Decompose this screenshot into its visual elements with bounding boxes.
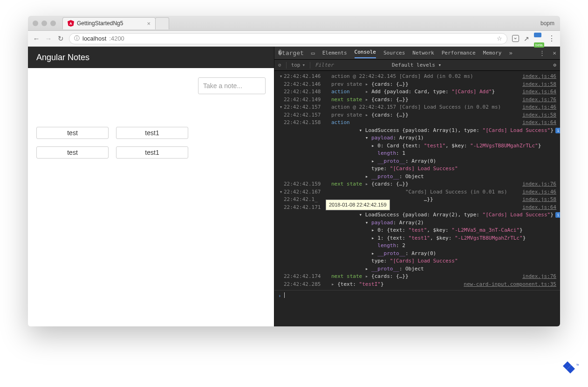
log-group-header[interactable]: action @ 22:42:42.157 [Cards] Load Succe… bbox=[331, 104, 519, 111]
log-source-link[interactable]: index.js:46 bbox=[522, 104, 556, 111]
log-timestamp: 22:42:42.157 bbox=[284, 111, 331, 119]
console-filter-input[interactable]: Filter bbox=[315, 62, 334, 68]
console-prompt[interactable]: › bbox=[274, 290, 560, 301]
devtools-tab-console[interactable]: Console bbox=[355, 48, 376, 58]
toptal-logo-icon: ™ bbox=[563, 361, 579, 383]
log-source-link[interactable]: index.js:58 bbox=[522, 196, 556, 204]
log-key: __proto__ bbox=[371, 173, 399, 180]
log-group-header[interactable]: action @ 22:42:42.145 [Cards] Add (in 0.… bbox=[331, 73, 519, 81]
log-value[interactable]: LoadSuccess {payload: Array(1), type: bbox=[365, 127, 483, 133]
console-settings-icon[interactable]: ⚙ bbox=[553, 62, 556, 68]
log-source-link[interactable]: index.js:64 bbox=[522, 88, 556, 96]
log-value[interactable]: Add {payload: Card, type: bbox=[371, 89, 451, 95]
devtools-menu-icon[interactable]: ⋮ bbox=[539, 49, 545, 56]
browser-tab[interactable]: A GettingStartedNg5 × bbox=[62, 17, 156, 29]
log-value[interactable]: LoadSuccess {payload: Array(2), type: bbox=[365, 212, 483, 218]
log-key: length bbox=[377, 150, 396, 156]
log-key: length bbox=[377, 242, 396, 249]
log-source-link[interactable]: index.js:46 bbox=[522, 188, 556, 196]
info-badge-icon[interactable]: i bbox=[555, 128, 560, 133]
note-card[interactable]: test bbox=[36, 127, 109, 139]
devtools-tab-sources[interactable]: Sources bbox=[383, 48, 405, 57]
note-card[interactable]: test1 bbox=[116, 127, 188, 139]
console-levels-dropdown[interactable]: Default levels ▾ bbox=[392, 62, 441, 68]
forward-icon[interactable]: → bbox=[45, 35, 52, 42]
reload-icon[interactable]: ↻ bbox=[57, 35, 64, 43]
log-source-link[interactable]: index.js:64 bbox=[522, 204, 556, 212]
log-value[interactable]: {text: bbox=[337, 281, 359, 287]
address-host: localhost bbox=[82, 35, 106, 42]
devtools-more-tabs-icon[interactable]: » bbox=[509, 49, 513, 56]
devtools-tab-network[interactable]: Network bbox=[412, 48, 434, 57]
log-value: } bbox=[550, 127, 554, 133]
timestamp-tooltip: 2018-01-08 22:42:42.159 bbox=[326, 200, 390, 210]
log-value: : 1 bbox=[396, 150, 405, 156]
device-toolbar-icon[interactable]: ▭ bbox=[311, 49, 315, 56]
log-value[interactable]: {cards: {…}} bbox=[371, 97, 408, 103]
note-input[interactable]: Take a note... bbox=[198, 77, 266, 94]
log-value[interactable]: {cards: {…}} bbox=[371, 81, 408, 87]
log-value[interactable]: 0: {text: bbox=[377, 227, 408, 233]
send-extension-icon[interactable]: ↗ bbox=[524, 35, 529, 42]
tab-close-icon[interactable]: × bbox=[147, 20, 150, 27]
log-value: , $key: bbox=[430, 235, 455, 241]
log-timestamp: 22:42:42.285 bbox=[284, 281, 331, 289]
app-header: Angular Notes bbox=[28, 47, 274, 68]
log-key: type: bbox=[371, 258, 390, 264]
bookmark-star-icon[interactable]: ☆ bbox=[497, 35, 502, 42]
log-string: "-L2MVgsTB8UMgahZrTLc" bbox=[470, 143, 538, 149]
log-label: next state bbox=[331, 181, 362, 187]
new-tab-button[interactable] bbox=[155, 17, 169, 29]
address-field[interactable]: ⓘ localhost:4200 ☆ bbox=[69, 33, 507, 44]
log-source-link[interactable]: index.js:76 bbox=[522, 273, 556, 281]
log-value[interactable]: : Array(1) bbox=[393, 135, 424, 141]
console-log[interactable]: ▾22:42:42.146action @ 22:42:42.145 [Card… bbox=[274, 71, 560, 326]
log-value[interactable]: {cards: {…}} bbox=[371, 181, 408, 187]
minimize-window-icon[interactable] bbox=[41, 21, 47, 26]
log-source-link[interactable]: index.js:58 bbox=[522, 111, 556, 119]
note-card[interactable]: test bbox=[36, 146, 109, 159]
devtools-panel: �target ▭ Elements Console Sources Netwo… bbox=[274, 47, 560, 326]
browser-menu-icon[interactable]: ⋮ bbox=[548, 34, 555, 43]
console-filter-bar: ⊘ top ▾ Filter Default levels ▾ ⚙ bbox=[274, 60, 560, 71]
log-value[interactable]: {cards: {…}} bbox=[371, 273, 408, 279]
close-window-icon[interactable] bbox=[33, 21, 38, 26]
log-value: } bbox=[381, 281, 384, 287]
clear-console-icon[interactable]: ⊘ bbox=[278, 62, 281, 68]
console-context-dropdown[interactable]: top ▾ bbox=[291, 62, 306, 68]
info-icon[interactable]: ⓘ bbox=[74, 35, 80, 42]
info-badge-icon[interactable]: i bbox=[555, 212, 560, 218]
log-timestamp: 22:42:42.171 bbox=[284, 204, 331, 212]
log-string: "[Cards] Load Success" bbox=[483, 212, 551, 218]
note-card[interactable]: test1 bbox=[116, 146, 188, 159]
log-value[interactable]: 0: Card {text: bbox=[377, 143, 424, 149]
log-text: " bbox=[405, 189, 409, 195]
log-value[interactable]: {cards: {…}} bbox=[371, 112, 408, 118]
back-icon[interactable]: ← bbox=[33, 35, 40, 42]
log-value[interactable]: : Array(2) bbox=[393, 220, 424, 226]
profile-label[interactable]: bopm bbox=[540, 20, 554, 27]
devtools-tab-elements[interactable]: Elements bbox=[322, 48, 347, 57]
extension-icon[interactable] bbox=[534, 33, 541, 37]
devtools-tab-memory[interactable]: Memory bbox=[483, 48, 502, 57]
log-source-link[interactable]: index.js:76 bbox=[522, 96, 556, 104]
window-controls[interactable] bbox=[33, 21, 56, 26]
tab-title: GettingStartedNg5 bbox=[77, 20, 123, 27]
log-value: : Object bbox=[399, 173, 424, 180]
pocket-extension-icon[interactable] bbox=[512, 35, 519, 42]
log-source-link[interactable]: index.js:76 bbox=[522, 180, 556, 188]
log-source-link[interactable]: index.js:58 bbox=[522, 81, 556, 89]
devtools-tab-performance[interactable]: Performance bbox=[442, 48, 476, 57]
log-key: type: bbox=[371, 166, 390, 172]
log-group-header[interactable]: Cards] Load Success (in 0.01 ms) bbox=[409, 189, 507, 195]
log-value[interactable]: 1: {text: bbox=[377, 235, 408, 241]
log-value: …}} bbox=[424, 196, 433, 202]
log-source-link[interactable]: index.js:64 bbox=[522, 119, 556, 127]
log-value: : Array(0) bbox=[405, 158, 436, 164]
log-source-link[interactable]: new-card-input.component.ts:35 bbox=[464, 281, 556, 289]
devtools-tabs: �target ▭ Elements Console Sources Netwo… bbox=[274, 47, 560, 60]
devtools-close-icon[interactable]: × bbox=[553, 49, 556, 56]
maximize-window-icon[interactable] bbox=[50, 21, 56, 26]
log-source-link[interactable]: index.js:46 bbox=[522, 73, 556, 81]
inspect-element-icon[interactable]: �target bbox=[278, 49, 304, 56]
